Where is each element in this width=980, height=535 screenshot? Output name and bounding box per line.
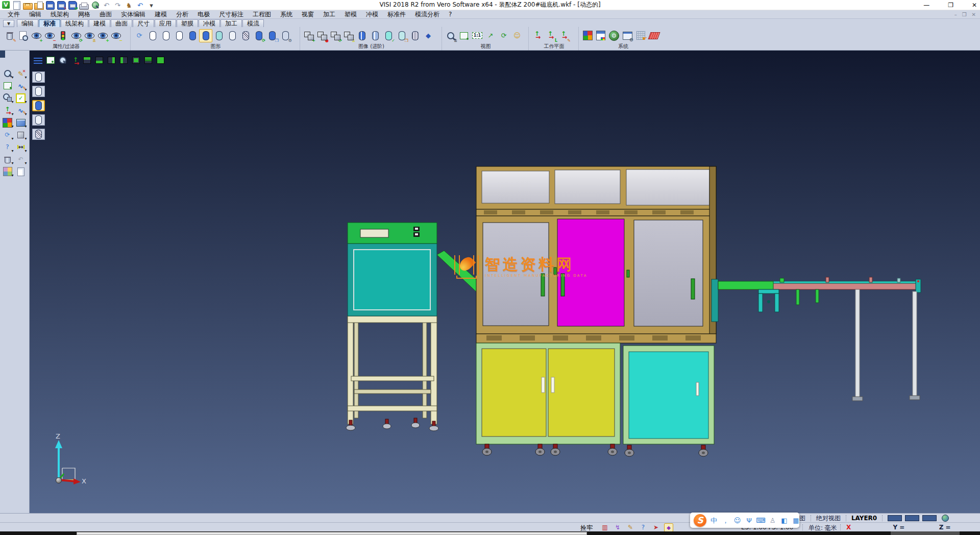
menu-item[interactable]: 标准件	[383, 10, 410, 19]
workbox-icon[interactable]	[664, 523, 673, 532]
preview-zoom-icon[interactable]: ▾	[2, 68, 14, 79]
ime-mic-icon[interactable]: Ψ	[744, 515, 754, 526]
rotate-view-icon[interactable]: ⟳	[497, 29, 510, 42]
save-icon[interactable]	[45, 1, 56, 10]
menu-item[interactable]: 加工	[318, 10, 340, 19]
toggle-visibility-icon[interactable]: ±	[83, 29, 96, 42]
layer-indicator[interactable]: LAYER0	[851, 515, 877, 522]
menu-item[interactable]: 模流分析	[410, 10, 444, 19]
ribbon-tab[interactable]: 线架构	[61, 19, 88, 27]
zoom-window-icon[interactable]	[457, 29, 471, 42]
menu-item[interactable]: 建模	[150, 10, 172, 19]
menu-item[interactable]: 视窗	[297, 10, 318, 19]
wire-solid-icon[interactable]	[408, 29, 422, 42]
tab-list-dropdown[interactable]: ▼	[3, 20, 14, 27]
mesh-style-icon[interactable]	[239, 29, 252, 42]
sogou-logo-icon[interactable]: S	[694, 514, 706, 527]
menu-item[interactable]: 分析	[172, 10, 193, 19]
print-icon[interactable]	[79, 1, 89, 10]
window-settings-icon[interactable]	[621, 29, 634, 42]
status-help-icon[interactable]: ?	[639, 523, 648, 532]
help-icon[interactable]: ?▾	[2, 141, 14, 153]
measure-icon[interactable]: ▾	[15, 141, 27, 153]
absolute-view-label[interactable]: 绝对视图	[816, 514, 841, 523]
taskbar-window-strip[interactable]	[77, 532, 587, 535]
color-palette-icon[interactable]	[581, 29, 594, 42]
dashed-style-icon[interactable]	[173, 29, 186, 42]
shade-solid-icon[interactable]	[32, 100, 45, 111]
zoom-extents-icon[interactable]: ↗	[484, 29, 497, 42]
ribbon-tab[interactable]: 冲模	[199, 19, 220, 27]
back-view-history-icon[interactable]: ↶	[135, 1, 145, 10]
view-axis-icon[interactable]	[69, 55, 80, 65]
hide-entities-icon[interactable]: −	[43, 29, 56, 42]
system-settings-icon[interactable]	[607, 29, 621, 42]
open-folder-icon[interactable]	[22, 1, 33, 10]
grid-settings-icon[interactable]	[647, 29, 660, 42]
ribbon-tab[interactable]: 塑膜	[177, 19, 198, 27]
mdi-minimize-button[interactable]: –	[954, 12, 957, 17]
mdi-close-button[interactable]: ✕	[972, 12, 976, 17]
redo-icon[interactable]: ↷	[112, 1, 123, 10]
bottom-view-cube-icon[interactable]	[94, 55, 105, 65]
shade-hiddenline-icon[interactable]	[32, 86, 45, 97]
restore-button[interactable]: ❐	[948, 2, 953, 9]
filter-traffic-icon[interactable]	[56, 29, 69, 42]
iso-view-cube-icon[interactable]	[155, 55, 166, 65]
ime-keyboard-icon[interactable]: ⌨	[756, 515, 766, 526]
wand-icon[interactable]: ↯	[613, 523, 622, 532]
undo-gray-icon[interactable]: ↶▾	[15, 154, 27, 165]
show-all-icon[interactable]: +	[96, 29, 109, 42]
cylinder-settings-icon[interactable]: ⚙	[279, 29, 292, 42]
ribbon-tab[interactable]: 曲面	[111, 19, 132, 27]
door-yellow-right[interactable]	[548, 349, 615, 436]
workplane-edit-icon[interactable]: ✎	[557, 29, 571, 42]
macro-knight-icon[interactable]: ♞	[124, 1, 134, 10]
mdi-restore-button[interactable]: ❐	[962, 12, 967, 17]
regen-icon[interactable]: ⟳	[133, 29, 146, 42]
ribbon-tab[interactable]: 加工	[220, 19, 242, 27]
menu-item[interactable]: 曲面	[95, 10, 116, 19]
toolbar-options-icon[interactable]: ▾	[146, 1, 157, 10]
menu-item[interactable]: 编辑	[24, 10, 46, 19]
menu-item[interactable]: 尺寸标注	[214, 10, 248, 19]
ribbon-tab[interactable]: 尺寸	[133, 19, 154, 27]
check-solid-icon[interactable]: ✓	[382, 29, 395, 42]
menu-item[interactable]: 工程图	[248, 10, 276, 19]
validate-check-icon[interactable]: ▾	[15, 92, 27, 104]
3d-viewport[interactable]: 智造资料网 INTELLIGENT MANUFACTURING DATA Z X	[30, 51, 980, 513]
hidden-line-style-icon[interactable]	[159, 29, 173, 42]
view-frame-icon[interactable]	[45, 55, 56, 65]
ime-person-icon[interactable]: ♙	[768, 515, 777, 526]
conveyor[interactable]	[712, 277, 921, 401]
shade-flat-icon[interactable]	[32, 114, 45, 126]
open-part-icon[interactable]	[34, 1, 44, 10]
selection-grid-icon[interactable]	[634, 29, 647, 42]
shaded-style-icon[interactable]	[186, 29, 199, 42]
window-layout-icon[interactable]: ▾	[15, 117, 27, 128]
layer-palette-icon[interactable]: ▾	[2, 117, 14, 128]
solid-stripe2-icon[interactable]	[369, 29, 382, 42]
solid-cube-icon[interactable]: ▾	[15, 129, 27, 140]
transparent-style-icon[interactable]	[212, 29, 226, 42]
filter-paint-icon[interactable]: ✎	[3, 29, 16, 42]
hide-all-icon[interactable]: −	[109, 29, 122, 42]
zoom-actual-icon[interactable]	[471, 29, 484, 42]
save-all-icon[interactable]: ⇄	[67, 1, 78, 10]
edit-delete-icon[interactable]: ▾	[15, 68, 27, 79]
notes-icon[interactable]: ▥	[600, 523, 609, 532]
front-view-cube-icon[interactable]	[131, 55, 141, 65]
globe-icon[interactable]	[942, 515, 949, 522]
cylinder-recycle-icon[interactable]: ⟳	[252, 29, 265, 42]
menu-item[interactable]: 塑模	[340, 10, 361, 19]
attributes-table-icon[interactable]	[594, 29, 607, 42]
menu-item[interactable]: 系统	[276, 10, 297, 19]
ime-lang-icon[interactable]: 中	[709, 515, 719, 526]
cameras-add-icon[interactable]: +	[302, 29, 315, 42]
minimize-button[interactable]: —	[923, 2, 929, 9]
left-view-cube-icon[interactable]	[118, 55, 129, 65]
back-view-cube-icon[interactable]	[143, 55, 154, 65]
close-button[interactable]: ✕	[972, 2, 977, 9]
cylinder-paste-icon[interactable]: ❐	[265, 29, 279, 42]
door-gray-right[interactable]	[634, 220, 703, 326]
